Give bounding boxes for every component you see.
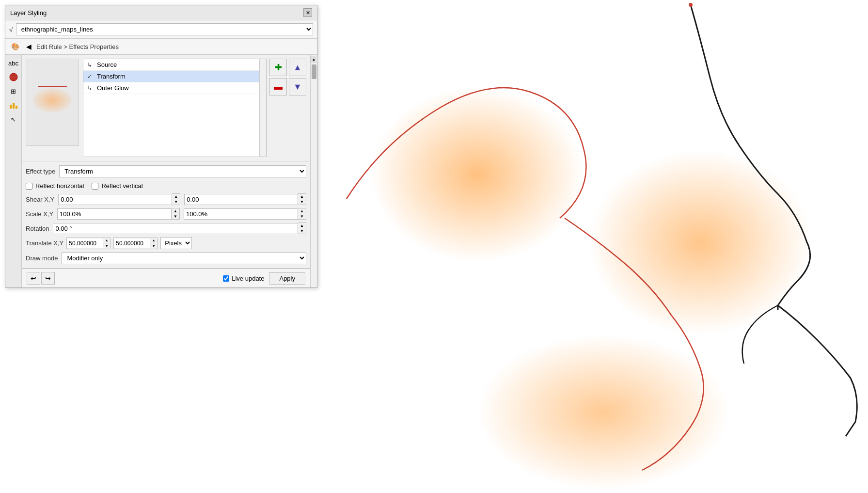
translate-label: Translate X,Y [26, 239, 63, 247]
effects-list-scrollbar[interactable] [259, 59, 266, 157]
move-down-button[interactable]: ▼ [289, 78, 306, 95]
properties-section: Effect type Transform Reflect horizontal… [22, 161, 310, 269]
toolbar-row: 🎨 ◀ Edit Rule > Effects Properties [5, 39, 317, 55]
reflect-vertical-checkbox[interactable] [92, 183, 98, 190]
shear-x-spinbox: ▲ ▼ [172, 193, 180, 205]
translate-x-down[interactable]: ▼ [103, 243, 110, 249]
main-content: ↳ Source ✓ Transform ↳ Outer Glow [22, 55, 310, 287]
rotation-label: Rotation [26, 225, 49, 232]
scale-x-up[interactable]: ▲ [172, 208, 179, 214]
scroll-up-arrow[interactable]: ▲ [311, 56, 317, 63]
layer-selector[interactable]: ethnographic_maps_lines [16, 23, 313, 35]
layer-selector-row: √ ethnographic_maps_lines [5, 20, 317, 39]
source-label: Source [97, 61, 117, 68]
translate-y-btn-group: ▲ ▼ [150, 238, 157, 249]
effect-item-transform[interactable]: ✓ Transform [83, 71, 259, 82]
svg-rect-3 [13, 103, 15, 109]
translate-y-up[interactable]: ▲ [150, 238, 157, 243]
scale-x-input[interactable] [57, 208, 172, 220]
translate-y-down[interactable]: ▼ [150, 243, 157, 249]
svg-rect-4 [16, 106, 17, 109]
effect-type-select[interactable]: Transform [59, 165, 306, 177]
abc-sidebar-icon[interactable]: abc [7, 57, 20, 69]
effect-type-row: Effect type Transform [26, 165, 306, 177]
scale-x-down[interactable]: ▼ [172, 214, 179, 219]
draw-mode-select[interactable]: Modifier only Below Above [62, 252, 306, 264]
apply-button[interactable]: Apply [269, 272, 305, 285]
checkbox-row: Reflect horizontal Reflect vertical [26, 182, 306, 190]
reflect-horizontal-checkbox[interactable] [26, 183, 32, 190]
effect-item-source[interactable]: ↳ Source [83, 59, 259, 71]
map-canvas [322, 0, 868, 493]
remove-effect-button[interactable]: ▬ [269, 78, 287, 95]
rotation-input[interactable] [53, 223, 298, 234]
shear-label: Shear X,Y [26, 196, 54, 203]
panel-body: abc ⊞ ↖ [5, 55, 317, 287]
svg-point-0 [10, 73, 17, 81]
live-update-label: Live update [223, 275, 264, 282]
scale-y-spinbox: ▲ ▼ [298, 208, 306, 220]
translate-x-btn-group: ▲ ▼ [103, 238, 110, 249]
move-up-button[interactable]: ▲ [289, 59, 306, 76]
scale-y-input[interactable] [184, 208, 298, 220]
map-svg [322, 0, 868, 493]
shear-x-up[interactable]: ▲ [172, 194, 180, 199]
translate-row: Translate X,Y ▲ ▼ ▲ ▼ [26, 237, 306, 249]
rotation-row: Rotation ▲ ▼ [26, 223, 306, 234]
scroll-thumb[interactable] [312, 64, 316, 79]
close-button[interactable]: ✕ [303, 8, 312, 17]
shear-y-down[interactable]: ▼ [298, 199, 306, 205]
scale-row: Scale X,Y ▲ ▼ ▲ ▼ [26, 208, 306, 220]
source-check: ↳ [87, 62, 94, 68]
rotation-up[interactable]: ▲ [298, 223, 306, 228]
effects-section: ↳ Source ✓ Transform ↳ Outer Glow [22, 55, 310, 161]
preview-line [38, 86, 67, 87]
unit-select[interactable]: Pixels mm pt [160, 237, 192, 249]
shear-y-spinbox: ▲ ▼ [298, 193, 306, 205]
undo-redo-group: ↩ ↪ [27, 272, 55, 285]
shear-x-down[interactable]: ▼ [172, 199, 180, 205]
effect-item-outer-glow[interactable]: ↳ Outer Glow [83, 82, 259, 94]
panel-scrollbar[interactable]: ▲ [310, 55, 317, 287]
sphere-sidebar-icon[interactable] [7, 71, 20, 83]
glow-blob-3 [477, 334, 729, 490]
transform-label: Transform [97, 73, 126, 80]
scale-y-up[interactable]: ▲ [298, 208, 306, 214]
draw-mode-row: Draw mode Modifier only Below Above [26, 252, 306, 264]
draw-mode-label: Draw mode [26, 254, 58, 262]
rotation-spinbox: ▲ ▼ [298, 223, 306, 234]
redo-button[interactable]: ↪ [41, 272, 55, 285]
preview-area [26, 59, 79, 146]
effect-type-label: Effect type [26, 168, 55, 175]
chart-sidebar-icon[interactable] [7, 99, 20, 111]
transform-check: ✓ [87, 73, 94, 80]
add-effect-button[interactable]: ✚ [269, 59, 287, 76]
live-update-checkbox[interactable] [223, 275, 229, 282]
grid-sidebar-icon[interactable]: ⊞ [7, 85, 20, 97]
svg-rect-2 [10, 105, 12, 109]
translate-y-input[interactable] [114, 239, 150, 248]
rotation-down[interactable]: ▼ [298, 228, 306, 234]
shear-x-input[interactable] [58, 194, 172, 205]
outer-glow-check: ↳ [87, 85, 94, 92]
back-button[interactable]: ◀ [23, 41, 34, 52]
scale-y-down[interactable]: ▼ [298, 214, 306, 219]
glow-blob-1 [371, 87, 584, 262]
effects-list-container: ↳ Source ✓ Transform ↳ Outer Glow [83, 59, 267, 157]
translate-x-up[interactable]: ▲ [103, 238, 110, 243]
outer-glow-label: Outer Glow [97, 84, 129, 92]
cursor-sidebar-icon[interactable]: ↖ [7, 113, 20, 126]
breadcrumb: Edit Rule > Effects Properties [36, 43, 119, 50]
reflect-vertical-label: Reflect vertical [92, 182, 142, 190]
panel-titlebar: Layer Styling ✕ [5, 5, 317, 20]
left-sidebar: abc ⊞ ↖ [5, 55, 22, 287]
layer-styling-panel: Layer Styling ✕ √ ethnographic_maps_line… [5, 5, 317, 288]
paint-icon[interactable]: 🎨 [9, 41, 21, 52]
shear-y-input[interactable] [184, 194, 298, 205]
shear-y-up[interactable]: ▲ [298, 194, 306, 199]
layer-icon: √ [9, 26, 13, 33]
translate-x-input[interactable] [67, 239, 103, 248]
black-line-2 [778, 305, 857, 436]
panel-title: Layer Styling [10, 9, 47, 16]
undo-button[interactable]: ↩ [27, 272, 40, 285]
